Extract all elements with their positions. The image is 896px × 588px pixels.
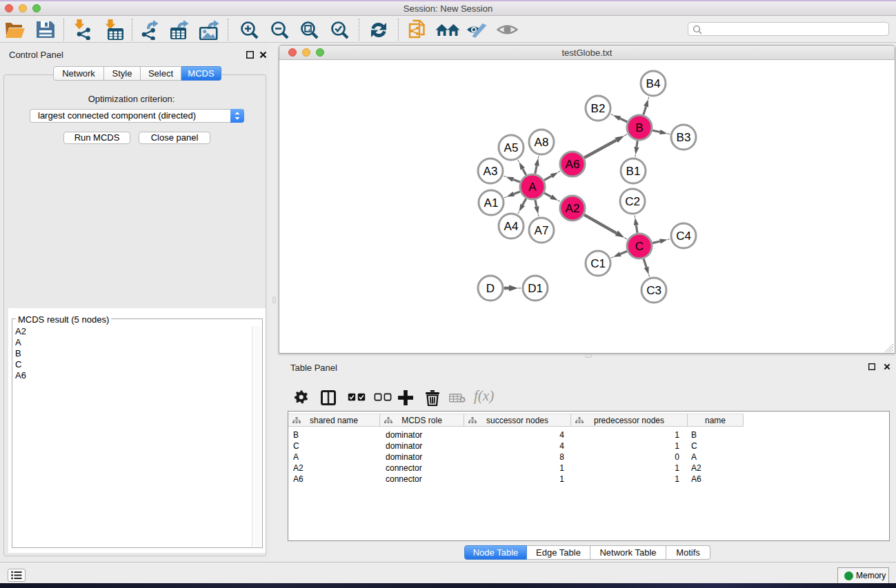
- svg-text:B3: B3: [677, 131, 691, 144]
- svg-text:B2: B2: [591, 102, 606, 115]
- svg-text:C2: C2: [625, 195, 640, 208]
- svg-text:D: D: [486, 282, 495, 295]
- svg-text:B4: B4: [646, 77, 661, 90]
- svg-text:A: A: [528, 181, 537, 194]
- svg-text:C: C: [635, 240, 644, 253]
- svg-text:B1: B1: [626, 165, 641, 178]
- svg-text:A7: A7: [535, 224, 549, 237]
- svg-text:A2: A2: [566, 202, 580, 215]
- svg-text:A1: A1: [484, 196, 499, 210]
- svg-text:B: B: [635, 121, 643, 134]
- svg-text:C1: C1: [590, 257, 606, 270]
- svg-text:A6: A6: [566, 158, 580, 171]
- svg-text:A4: A4: [504, 220, 519, 233]
- svg-text:A8: A8: [535, 136, 549, 149]
- svg-text:C3: C3: [646, 284, 661, 297]
- svg-text:C4: C4: [676, 230, 691, 243]
- svg-text:A3: A3: [484, 165, 498, 178]
- svg-text:D1: D1: [528, 282, 543, 295]
- svg-text:A5: A5: [504, 141, 519, 154]
